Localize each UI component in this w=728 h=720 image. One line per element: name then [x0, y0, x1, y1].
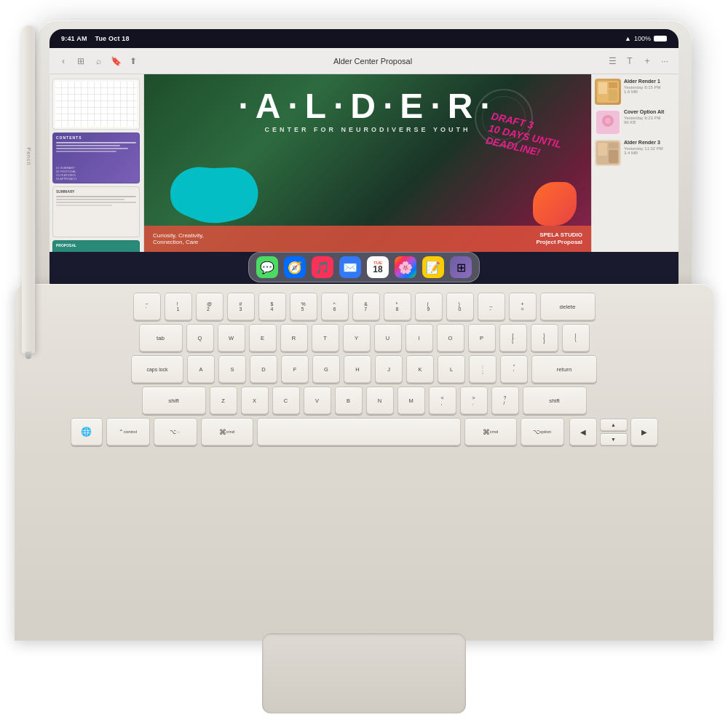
key-period[interactable]: >.	[460, 387, 488, 414]
key-arrow-down[interactable]: ▼	[600, 433, 628, 446]
poster-bottom-bar: Curiosity, Creativity, Connection, Care …	[144, 226, 591, 252]
grid-view-button[interactable]: ⊞	[74, 55, 87, 68]
search-button[interactable]: ⌕	[92, 55, 105, 68]
dock-music[interactable]: 🎵	[312, 256, 333, 278]
files-panel: Alder Render 1 Yesterday 8:15 PM 1.6 MB	[591, 74, 678, 252]
key-row-1: ~` !1 @2 #3 $4 %5 ^6 &7 *8 (9 )0 _- += d…	[35, 293, 693, 320]
key-g[interactable]: G	[312, 355, 340, 383]
key-s[interactable]: S	[218, 355, 246, 383]
key-9[interactable]: (9	[415, 293, 443, 320]
key-p[interactable]: P	[468, 324, 496, 352]
share-button[interactable]: ⬆	[127, 55, 140, 68]
doc-thumbnail-4[interactable]: PROPOSAL	[52, 240, 140, 252]
list-button[interactable]: ☰	[606, 55, 619, 68]
key-e[interactable]: E	[249, 324, 277, 352]
key-delete[interactable]: delete	[540, 293, 596, 320]
file-item-3[interactable]: Alder Render 3 Yesterday 11:32 PM 3.4 MB	[595, 140, 676, 166]
key-shift-left[interactable]: shift	[142, 387, 206, 414]
key-3[interactable]: #3	[227, 293, 255, 320]
key-shift-right[interactable]: shift	[523, 387, 587, 414]
key-option-right[interactable]: ⌥ option	[521, 418, 564, 446]
key-v[interactable]: V	[304, 387, 331, 414]
key-o[interactable]: O	[437, 324, 464, 352]
bookmark-button[interactable]: 🔖	[109, 55, 122, 68]
key-0[interactable]: )0	[446, 293, 474, 320]
key-2[interactable]: @2	[196, 293, 223, 320]
more-button[interactable]: ···	[658, 55, 671, 68]
key-x[interactable]: X	[241, 387, 269, 414]
key-command-left[interactable]: ⌘ cmd	[201, 418, 253, 446]
key-option-left[interactable]: ⌥ ···	[154, 418, 197, 446]
key-arrow-right[interactable]: ▶	[630, 418, 658, 446]
doc-thumbnail-3[interactable]: SUMMARY	[52, 186, 140, 237]
dock-messages[interactable]: 💬	[256, 256, 278, 278]
key-tab[interactable]: tab	[139, 324, 183, 352]
key-i[interactable]: I	[405, 324, 433, 352]
key-arrow-up[interactable]: ▲	[600, 419, 628, 431]
key-globe[interactable]: 🌐	[71, 418, 103, 446]
key-backtick[interactable]: ~`	[133, 293, 161, 320]
key-b[interactable]: B	[335, 387, 363, 414]
pencil-label: Pencil	[26, 147, 31, 165]
key-arrow-left[interactable]: ◀	[569, 418, 597, 446]
doc-thumbnail-1[interactable]	[52, 79, 140, 130]
dock-photos[interactable]: 🌸	[395, 256, 416, 278]
add-button[interactable]: +	[641, 55, 654, 68]
dock-safari[interactable]: 🧭	[284, 256, 306, 278]
key-lbracket[interactable]: {[	[499, 324, 527, 352]
key-backslash[interactable]: |\	[562, 324, 590, 352]
key-m[interactable]: M	[397, 387, 425, 414]
dock-calendar[interactable]: TUE 18	[367, 256, 389, 278]
key-command-right[interactable]: ⌘ cmd	[464, 418, 517, 446]
key-rbracket[interactable]: }]	[531, 324, 558, 352]
dock-app-library[interactable]: ⊞	[450, 256, 472, 278]
format-button[interactable]: T	[623, 55, 636, 68]
key-8[interactable]: *8	[384, 293, 411, 320]
key-z[interactable]: Z	[210, 387, 237, 414]
key-f[interactable]: F	[281, 355, 309, 383]
key-semicolon[interactable]: :;	[469, 355, 496, 383]
key-r[interactable]: R	[280, 324, 308, 352]
document-sidebar: CONTENTS 01 SUMMARY02 PROPOSAL03 FEATURE…	[50, 74, 144, 252]
key-slash[interactable]: ?/	[491, 387, 519, 414]
key-4[interactable]: $4	[258, 293, 286, 320]
key-j[interactable]: J	[375, 355, 403, 383]
key-capslock[interactable]: caps lock	[131, 355, 183, 383]
key-l[interactable]: L	[438, 355, 465, 383]
key-w[interactable]: W	[218, 324, 245, 352]
key-n[interactable]: N	[366, 387, 394, 414]
key-return[interactable]: return	[531, 355, 597, 383]
svg-rect-15	[598, 143, 607, 156]
key-quote[interactable]: "'	[500, 355, 528, 383]
file-thumb-2	[595, 109, 621, 135]
key-comma[interactable]: <,	[429, 387, 456, 414]
status-bar: 9:41 AM Tue Oct 18 ▲ 100%	[50, 29, 678, 48]
svg-rect-9	[609, 82, 617, 88]
key-t[interactable]: T	[312, 324, 339, 352]
key-control[interactable]: ⌃ control	[106, 418, 150, 446]
doc-thumbnail-2[interactable]: CONTENTS 01 SUMMARY02 PROPOSAL03 FEATURE…	[52, 132, 140, 183]
key-5[interactable]: %5	[290, 293, 317, 320]
key-a[interactable]: A	[187, 355, 215, 383]
key-1[interactable]: !1	[165, 293, 192, 320]
key-h[interactable]: H	[344, 355, 371, 383]
key-k[interactable]: K	[406, 355, 434, 383]
key-c[interactable]: C	[272, 387, 300, 414]
back-button[interactable]: ‹	[57, 55, 70, 68]
key-spacebar[interactable]	[257, 418, 461, 446]
key-6[interactable]: ^6	[321, 293, 349, 320]
file-info-3: Alder Render 3 Yesterday 11:32 PM 3.4 MB	[624, 140, 676, 155]
file-item-2[interactable]: Cover Option Alt Yesterday 9:23 PM 96 KB	[595, 109, 676, 135]
key-q[interactable]: Q	[186, 324, 214, 352]
dock-notes[interactable]: 📝	[422, 256, 444, 278]
file-item-1[interactable]: Alder Render 1 Yesterday 8:15 PM 1.6 MB	[595, 79, 676, 105]
key-u[interactable]: U	[374, 324, 402, 352]
key-7[interactable]: &7	[352, 293, 380, 320]
key-minus[interactable]: _-	[478, 293, 505, 320]
trackpad[interactable]	[262, 633, 466, 713]
key-y[interactable]: Y	[343, 324, 371, 352]
svg-rect-17	[609, 150, 618, 163]
key-d[interactable]: D	[250, 355, 277, 383]
key-equals[interactable]: +=	[509, 293, 537, 320]
dock-mail[interactable]: ✉️	[339, 256, 361, 278]
